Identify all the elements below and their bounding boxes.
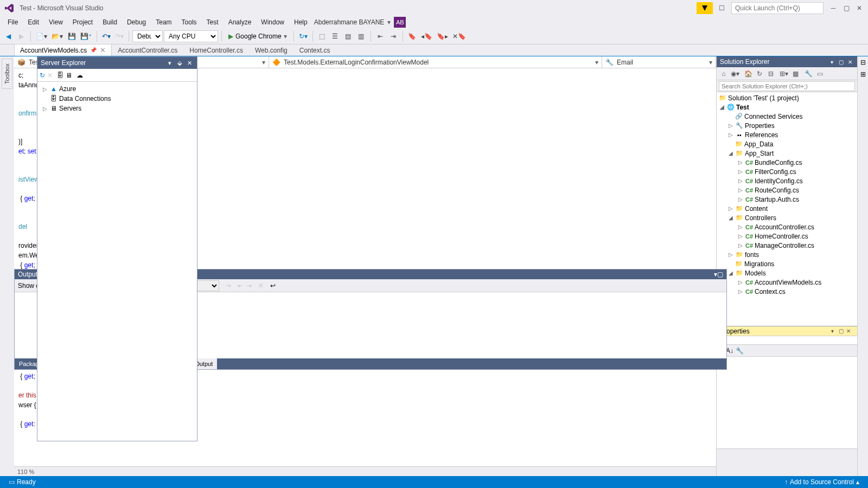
- next-bookmark-button[interactable]: 🔖▸: [435, 30, 450, 43]
- sln-view-button[interactable]: ▭: [815, 69, 825, 79]
- minimize-button[interactable]: ─: [827, 2, 840, 14]
- menu-debug[interactable]: Debug: [123, 17, 150, 27]
- save-button[interactable]: 💾: [66, 30, 78, 43]
- tn-models[interactable]: ◢📁Models: [717, 268, 857, 278]
- sln-refresh-button[interactable]: ↻: [755, 69, 764, 79]
- tn-filterconfig[interactable]: ▷C#FilterConfig.cs: [717, 167, 857, 176]
- tn-fonts[interactable]: ▷📁fonts: [717, 250, 857, 259]
- tab-context[interactable]: Context.cs: [293, 44, 336, 56]
- se-pin-icon[interactable]: ⬙: [175, 59, 184, 67]
- properties-grid[interactable]: [717, 357, 857, 449]
- maximize-button[interactable]: ▢: [840, 2, 853, 14]
- menu-build[interactable]: Build: [98, 17, 122, 27]
- se-connect-server-button[interactable]: 🖥: [66, 72, 72, 79]
- tn-identityconfig[interactable]: ▷C#IdentityConfig.cs: [717, 176, 857, 185]
- sln-pin-icon[interactable]: ▢: [837, 58, 845, 66]
- sln-search-input[interactable]: [719, 81, 855, 91]
- menu-file[interactable]: File: [3, 17, 22, 27]
- nav-member-combo[interactable]: 🔧Email▾: [602, 56, 716, 68]
- comment-button[interactable]: ▤: [342, 30, 354, 43]
- tn-migrations[interactable]: 📁Migrations: [717, 259, 857, 268]
- tn-project[interactable]: ◢🌐Test: [717, 102, 857, 112]
- user-name[interactable]: Abderrahmane BAYANE: [314, 18, 385, 26]
- redo-button[interactable]: ↷▾: [113, 30, 125, 43]
- tn-accountcontroller[interactable]: ▷C#AccountController.cs: [717, 222, 857, 232]
- menu-edit[interactable]: Edit: [23, 17, 43, 27]
- se-refresh-button[interactable]: ↻: [40, 72, 45, 79]
- sln-back-button[interactable]: ◉▾: [730, 69, 740, 79]
- sln-home-button[interactable]: ⌂: [719, 69, 729, 79]
- se-dropdown-icon[interactable]: ▾: [165, 59, 174, 67]
- tn-references[interactable]: ▷▪▪References: [717, 130, 857, 139]
- nav-fwd-button[interactable]: ▶: [15, 30, 27, 43]
- sln-sync-button[interactable]: 🏠: [743, 69, 753, 79]
- sln-close-icon[interactable]: ✕: [846, 58, 854, 66]
- sln-preview-button[interactable]: ▦: [790, 69, 800, 79]
- menu-team[interactable]: Team: [151, 17, 176, 27]
- menu-window[interactable]: Window: [257, 17, 289, 27]
- browser-refresh-button[interactable]: ↻▾: [297, 30, 309, 43]
- zoom-level[interactable]: 110 %: [14, 466, 716, 476]
- tn-controllers[interactable]: ◢📁Controllers: [717, 213, 857, 222]
- feedback-icon[interactable]: ☐: [715, 2, 728, 14]
- sln-showall-button[interactable]: ⊞▾: [779, 69, 789, 79]
- server-explorer-title[interactable]: Server Explorer ▾ ⬙ ✕: [37, 57, 197, 69]
- tn-appstart[interactable]: ◢📁App_Start: [717, 149, 857, 158]
- menu-analyze[interactable]: Analyze: [224, 17, 256, 27]
- notifications-button[interactable]: [697, 2, 713, 14]
- tn-bundleconfig[interactable]: ▷C#BundleConfig.cs: [717, 158, 857, 167]
- menu-project[interactable]: Project: [68, 17, 97, 27]
- sln-dropdown-icon[interactable]: ▾: [828, 58, 835, 66]
- tn-homecontroller[interactable]: ▷C#HomeController.cs: [717, 232, 857, 241]
- tab-webconfig[interactable]: Web.config: [249, 44, 293, 56]
- se-node-servers[interactable]: ▷🖥Servers: [37, 104, 197, 113]
- tab-accountcontroller[interactable]: AccountController.cs: [112, 44, 183, 56]
- out-goto-button[interactable]: ↪: [226, 282, 231, 290]
- out-wrap-button[interactable]: ↩: [270, 282, 276, 290]
- tn-accountviewmodels[interactable]: ▷C#AccountViewModels.cs: [717, 278, 857, 287]
- tn-solution[interactable]: 📁Solution 'Test' (1 project): [717, 93, 857, 102]
- platform-select[interactable]: Any CPU: [164, 30, 218, 42]
- tn-properties[interactable]: ▷🔧Properties: [717, 121, 857, 130]
- tb-icon-1[interactable]: ⬚: [316, 30, 328, 43]
- tn-connected[interactable]: 🔗Connected Services: [717, 112, 857, 121]
- props-pages-button[interactable]: 🔧: [736, 347, 744, 355]
- menu-view[interactable]: View: [44, 17, 67, 27]
- sln-collapse-button[interactable]: ⊟: [766, 69, 776, 79]
- out-prev-button[interactable]: ⇤: [238, 282, 243, 290]
- save-all-button[interactable]: 💾⁺: [79, 30, 93, 43]
- user-dropdown-icon[interactable]: ▾: [387, 18, 391, 26]
- avatar[interactable]: AB: [394, 17, 406, 28]
- uncomment-button[interactable]: ▥: [355, 30, 367, 43]
- menu-help[interactable]: Help: [290, 17, 312, 27]
- tn-routeconfig[interactable]: ▷C#RouteConfig.cs: [717, 185, 857, 195]
- rg-icon-1[interactable]: ⊟: [860, 59, 866, 66]
- sln-properties-button[interactable]: 🔧: [803, 69, 813, 79]
- pin-icon[interactable]: 📌: [90, 47, 97, 53]
- tab-homecontroller[interactable]: HomeController.cs: [183, 44, 249, 56]
- indent-button[interactable]: ⇤: [374, 30, 386, 43]
- tab-accountviewmodels[interactable]: AccountViewModels.cs📌✕: [14, 44, 112, 56]
- out-clear-button[interactable]: ✕: [258, 282, 264, 290]
- outdent-button[interactable]: ⇥: [387, 30, 399, 43]
- rg-icon-2[interactable]: ⊞: [860, 70, 866, 78]
- open-file-button[interactable]: 📂▾: [50, 30, 65, 43]
- config-select[interactable]: Debug: [132, 30, 163, 42]
- se-connect-db-button[interactable]: 🗄: [57, 72, 63, 79]
- clear-bookmarks-button[interactable]: ✕🔖: [451, 30, 468, 43]
- close-icon[interactable]: ✕: [100, 46, 106, 54]
- tn-managecontroller[interactable]: ▷C#ManageController.cs: [717, 241, 857, 250]
- quick-launch-input[interactable]: [731, 2, 824, 14]
- prev-bookmark-button[interactable]: ◂🔖: [419, 30, 434, 43]
- nav-type-combo[interactable]: 🔶Test.Models.ExternalLoginConfirmationVi…: [269, 56, 602, 68]
- toolbox-tab[interactable]: Toolbox: [2, 59, 12, 89]
- undo-button[interactable]: ↶▾: [100, 30, 112, 43]
- tn-startupauth[interactable]: ▷C#Startup.Auth.cs: [717, 195, 857, 204]
- menu-tools[interactable]: Tools: [177, 17, 201, 27]
- bookmark-button[interactable]: 🔖: [406, 30, 418, 43]
- props-alpha-button[interactable]: A↓: [726, 347, 733, 355]
- tn-appdata[interactable]: 📁App_Data: [717, 139, 857, 149]
- properties-title[interactable]: Properties▾▢✕: [717, 326, 857, 336]
- se-node-dataconn[interactable]: 🗄Data Connections: [37, 94, 197, 104]
- close-button[interactable]: ✕: [853, 2, 866, 14]
